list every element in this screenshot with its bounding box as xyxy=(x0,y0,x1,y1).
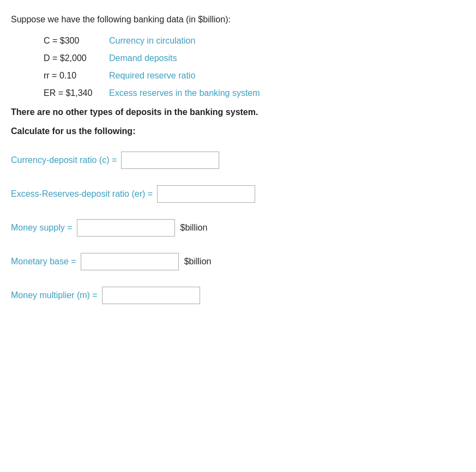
money-multiplier-row: Money multiplier (m) = xyxy=(11,287,465,304)
data-row-d: D = $2,000 Demand deposits xyxy=(44,53,465,63)
data-key-d: D = $2,000 xyxy=(44,53,109,63)
form-section: Currency-deposit ratio (c) = Excess-Rese… xyxy=(11,152,465,304)
data-row-rr: rr = 0.10 Required reserve ratio xyxy=(44,71,465,81)
data-key-er: ER = $1,340 xyxy=(44,88,109,98)
note-text: There are no other types of deposits in … xyxy=(11,106,465,119)
currency-deposit-input[interactable] xyxy=(121,152,219,169)
data-value-d: Demand deposits xyxy=(109,53,177,63)
data-row-c: C = $300 Currency in circulation xyxy=(44,36,465,46)
money-supply-row: Money supply = $billion xyxy=(11,219,465,237)
monetary-base-row: Monetary base = $billion xyxy=(11,253,465,270)
currency-deposit-label: Currency-deposit ratio (c) = xyxy=(11,155,117,165)
money-supply-unit: $billion xyxy=(180,223,208,233)
monetary-base-unit: $billion xyxy=(184,257,212,267)
data-table: C = $300 Currency in circulation D = $2,… xyxy=(44,36,465,98)
excess-reserves-row: Excess-Reserves-deposit ratio (er) = xyxy=(11,185,465,203)
data-value-er: Excess reserves in the banking system xyxy=(109,88,260,98)
money-multiplier-label: Money multiplier (m) = xyxy=(11,291,98,300)
monetary-base-label: Monetary base = xyxy=(11,257,76,267)
monetary-base-input[interactable] xyxy=(81,253,179,270)
excess-reserves-input[interactable] xyxy=(157,185,255,203)
data-value-rr: Required reserve ratio xyxy=(109,71,195,81)
money-multiplier-input[interactable] xyxy=(102,287,200,304)
money-supply-label: Money supply = xyxy=(11,223,73,233)
data-value-c: Currency in circulation xyxy=(109,36,195,46)
currency-deposit-row: Currency-deposit ratio (c) = xyxy=(11,152,465,169)
excess-reserves-label: Excess-Reserves-deposit ratio (er) = xyxy=(11,189,153,199)
instruction-text: Calculate for us the following: xyxy=(11,126,465,136)
data-key-c: C = $300 xyxy=(44,36,109,46)
data-row-er: ER = $1,340 Excess reserves in the banki… xyxy=(44,88,465,98)
money-supply-input[interactable] xyxy=(77,219,175,237)
intro-text: Suppose we have the following banking da… xyxy=(11,13,465,26)
data-key-rr: rr = 0.10 xyxy=(44,71,109,81)
